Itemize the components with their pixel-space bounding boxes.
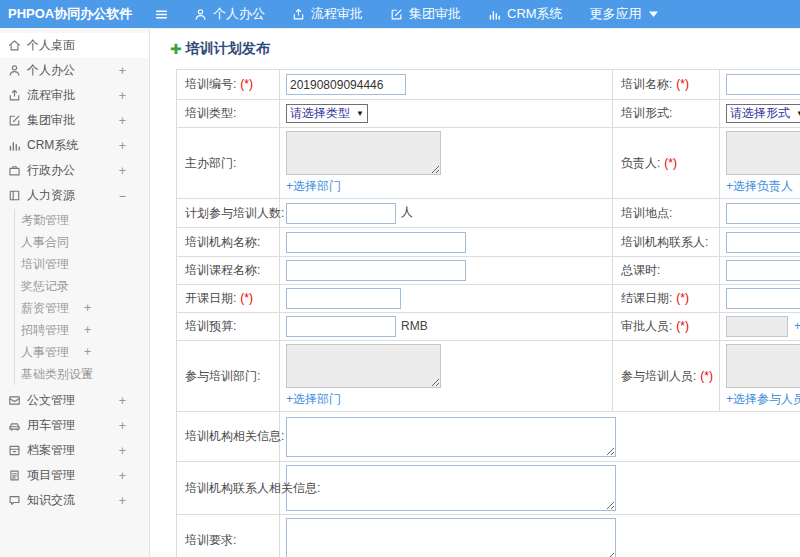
approver-input[interactable]: [726, 316, 788, 337]
sidebar-subitem-label: 薪资管理: [21, 300, 69, 317]
flow-icon: [8, 89, 24, 102]
nav-crm-system[interactable]: CRM系统: [488, 5, 563, 23]
sidebar-subitem-label: 招聘管理: [21, 322, 69, 339]
sidebar-item-personal-desktop[interactable]: 个人桌面: [0, 33, 149, 58]
sidebar-subitem-salary-mgmt[interactable]: 薪资管理+: [15, 297, 149, 319]
end-date-input[interactable]: [726, 288, 800, 309]
total-hours-input[interactable]: [726, 260, 800, 281]
sidebar-item-label: 公文管理: [27, 392, 75, 409]
sidebar-subitem-reward-punishment[interactable]: 奖惩记录: [15, 275, 149, 297]
nav-item-label: CRM系统: [507, 5, 563, 23]
leader-pick-link[interactable]: +选择负责人: [726, 178, 800, 195]
nav-more-apps[interactable]: 更多应用: [590, 5, 658, 23]
edit-icon: [390, 8, 403, 21]
sidebar-subitem-basic-category-settings[interactable]: 基础类别设置+: [15, 363, 149, 385]
sidebar-subitem-label: 基础类别设置: [21, 366, 93, 383]
field-label: 培训机构相关信息:: [185, 429, 284, 443]
field-label: 参与培训人员:: [621, 369, 696, 383]
sidebar-item-label: CRM系统: [27, 137, 78, 154]
field-cell-course-name: [280, 257, 613, 285]
participating-staff-pick-link[interactable]: +选择参与人员: [726, 391, 800, 408]
sidebar-subitem-hr-contract[interactable]: 人事合同: [15, 231, 149, 253]
sidebar-subitem-label: 人事管理: [21, 344, 69, 361]
car-icon: [8, 419, 24, 432]
participating-department-area[interactable]: [286, 344, 441, 388]
sidebar-item-personal-office[interactable]: 个人办公+: [0, 58, 149, 83]
sidebar-item-group-approval[interactable]: 集团审批+: [0, 108, 149, 133]
field-cell-host-department: +选择部门: [280, 128, 613, 199]
sidebar-subitem-label: 奖惩记录: [21, 278, 69, 295]
host-department-area[interactable]: [286, 131, 441, 175]
label-cell-leader: 负责人:(*): [613, 128, 720, 199]
chart-icon: [488, 8, 501, 21]
participating-staff-area[interactable]: [726, 344, 800, 388]
sidebar-subitem-personnel-mgmt[interactable]: 人事管理+: [15, 341, 149, 363]
training-name-input[interactable]: [726, 74, 800, 95]
book-icon: [8, 189, 24, 202]
course-name-input[interactable]: [286, 260, 466, 281]
training-requirements-textarea[interactable]: [286, 518, 616, 557]
sidebar-item-label: 个人桌面: [27, 37, 75, 54]
training-form-select[interactable]: 请选择形式▼: [726, 104, 800, 123]
org-related-info-textarea[interactable]: [286, 417, 616, 457]
org-contact-input[interactable]: [726, 232, 800, 253]
expand-icon: +: [119, 89, 126, 103]
field-label: 参与培训部门:: [185, 369, 260, 383]
field-label: 培训预算:: [185, 319, 236, 333]
nav-item-label: 个人办公: [213, 5, 265, 23]
nav-workflow-approval[interactable]: 流程审批: [292, 5, 363, 23]
training-no-input[interactable]: [286, 74, 406, 95]
expand-icon: +: [119, 469, 126, 483]
field-label: 培训机构名称:: [185, 235, 260, 249]
budget-input[interactable]: [286, 316, 396, 337]
training-type-select[interactable]: 请选择类型▼: [286, 104, 368, 123]
training-place-input[interactable]: [726, 203, 800, 224]
sidebar-item-admin-office[interactable]: 行政办公+: [0, 158, 149, 183]
label-cell-approver: 审批人员:(*): [613, 313, 720, 341]
planned-participants-input[interactable]: [286, 203, 396, 224]
field-label: 培训课程名称:: [185, 263, 260, 277]
nav-group-approval[interactable]: 集团审批: [390, 5, 461, 23]
required-mark: (*): [240, 291, 253, 305]
sidebar-subitem-label: 培训管理: [21, 256, 69, 273]
leader-area[interactable]: [726, 131, 800, 175]
label-cell-participating-staff: 参与培训人员:(*): [613, 341, 720, 412]
label-cell-org-related-info: 培训机构相关信息:: [177, 412, 280, 462]
expand-icon: +: [119, 419, 126, 433]
sidebar-item-knowledge-exchange[interactable]: 知识交流+: [0, 488, 149, 513]
org-contact-related-info-textarea[interactable]: [286, 465, 616, 511]
sidebar-item-crm-system[interactable]: CRM系统+: [0, 133, 149, 158]
approver-pick-link[interactable]: +选择审批人员: [794, 319, 800, 333]
planned-participants-suffix: 人: [401, 205, 413, 219]
start-date-input[interactable]: [286, 288, 401, 309]
org-name-input[interactable]: [286, 232, 466, 253]
sidebar-item-human-resources[interactable]: 人力资源−: [0, 183, 149, 208]
field-cell-org-related-info: [280, 412, 800, 462]
nav-item-label: 流程审批: [311, 5, 363, 23]
home-icon: [8, 39, 24, 52]
field-cell-org-contact-related-info: [280, 462, 800, 515]
field-label: 开课日期:: [185, 291, 236, 305]
sidebar-item-workflow-approval[interactable]: 流程审批+: [0, 83, 149, 108]
sidebar-subitem-attendance-mgmt[interactable]: 考勤管理: [15, 209, 149, 231]
sidebar-item-archive-mgmt[interactable]: 档案管理+: [0, 438, 149, 463]
field-label: 主办部门:: [185, 156, 236, 170]
field-cell-leader: +选择负责人: [720, 128, 800, 199]
sidebar-subitem-training-mgmt[interactable]: 培训管理: [15, 253, 149, 275]
participating-department-pick-link[interactable]: +选择部门: [286, 391, 612, 408]
field-cell-training-name: [720, 70, 800, 100]
sidebar-item-project-mgmt[interactable]: 项目管理+: [0, 463, 149, 488]
nav-personal-office[interactable]: 个人办公: [194, 5, 265, 23]
label-cell-org-contact: 培训机构联系人:: [613, 228, 720, 257]
sidebar-subitem-recruitment-mgmt[interactable]: 招聘管理+: [15, 319, 149, 341]
field-label: 培训地点:: [621, 206, 672, 220]
required-mark: (*): [664, 156, 677, 170]
expand-icon: +: [119, 494, 126, 508]
expand-icon: +: [119, 64, 126, 78]
menu-icon[interactable]: [150, 3, 172, 25]
host-department-pick-link[interactable]: +选择部门: [286, 178, 612, 195]
sidebar-item-vehicle-mgmt[interactable]: 用车管理+: [0, 413, 149, 438]
sidebar-item-document-mgmt[interactable]: 公文管理+: [0, 388, 149, 413]
label-cell-training-requirements: 培训要求:: [177, 515, 280, 557]
label-cell-host-department: 主办部门:: [177, 128, 280, 199]
